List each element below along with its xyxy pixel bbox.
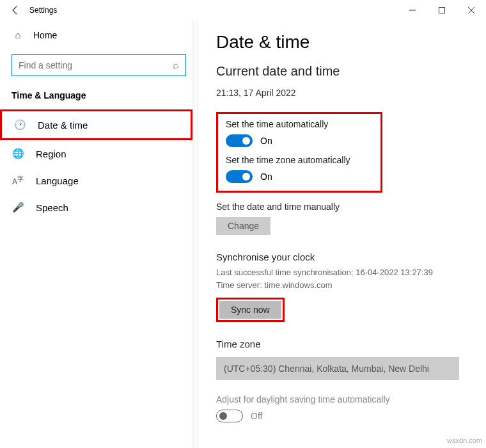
nav-label: Language: [36, 175, 79, 186]
window-title: Settings: [26, 6, 57, 15]
microphone-icon: 🎤: [12, 202, 24, 213]
manual-label: Set the date and time manually: [216, 202, 468, 212]
sync-server: Time server: time.windows.com: [216, 279, 468, 292]
auto-time-state: On: [260, 136, 272, 146]
timezone-select: (UTC+05:30) Chennai, Kolkata, Mumbai, Ne…: [216, 357, 459, 380]
nav-region[interactable]: 🌐 Region: [0, 140, 198, 167]
auto-settings-group: Set the time automatically On Set the ti…: [216, 112, 382, 193]
watermark: wsxdn.com: [447, 436, 482, 444]
sync-header: Synchronise your clock: [216, 252, 468, 262]
close-button[interactable]: [457, 0, 486, 20]
dst-group: Adjust for daylight saving time automati…: [216, 394, 468, 422]
auto-time-toggle[interactable]: [226, 134, 253, 147]
main-panel: Date & time Current date and time 21:13,…: [198, 20, 486, 448]
auto-tz-toggle[interactable]: [226, 170, 253, 183]
svg-rect-1: [439, 8, 445, 13]
search-input[interactable]: [19, 60, 173, 70]
auto-tz-label: Set the time zone automatically: [226, 155, 373, 165]
search-box[interactable]: ⌕: [12, 54, 186, 76]
globe-icon: 🌐: [12, 148, 24, 159]
dst-state: Off: [251, 411, 262, 421]
nav-speech[interactable]: 🎤 Speech: [0, 194, 198, 221]
sidebar: ⌂ Home ⌕ Time & Language 🕑 Date & time 🌐…: [0, 20, 198, 448]
page-title: Date & time: [216, 32, 468, 52]
sync-last: Last successful time synchronisation: 16…: [216, 266, 468, 279]
nav-language[interactable]: A字 Language: [0, 167, 198, 194]
section-header: Time & Language: [0, 88, 198, 109]
language-icon: A字: [12, 175, 24, 186]
home-label: Home: [33, 30, 57, 40]
maximize-button[interactable]: [427, 0, 457, 20]
sync-highlight: Sync now: [216, 298, 285, 322]
change-button: Change: [216, 217, 270, 235]
nav-date-time[interactable]: 🕑 Date & time: [0, 109, 192, 140]
sync-now-button[interactable]: Sync now: [219, 301, 281, 319]
nav-label: Speech: [36, 202, 68, 213]
clock-icon: 🕑: [13, 119, 26, 131]
back-button[interactable]: [5, 0, 26, 20]
titlebar: Settings: [0, 0, 486, 20]
search-icon: ⌕: [173, 60, 179, 71]
nav-label: Date & time: [38, 120, 88, 131]
home-icon: ⌂: [12, 29, 24, 40]
minimize-button[interactable]: [398, 0, 427, 20]
auto-time-label: Set the time automatically: [226, 119, 373, 129]
current-datetime: 21:13, 17 April 2022: [216, 88, 468, 98]
dst-toggle: [216, 410, 243, 422]
auto-tz-state: On: [260, 172, 272, 182]
nav-label: Region: [36, 148, 67, 159]
tz-header: Time zone: [216, 339, 468, 349]
home-nav[interactable]: ⌂ Home: [0, 20, 198, 49]
page-subtitle: Current date and time: [216, 64, 468, 79]
dst-label: Adjust for daylight saving time automati…: [216, 394, 468, 404]
